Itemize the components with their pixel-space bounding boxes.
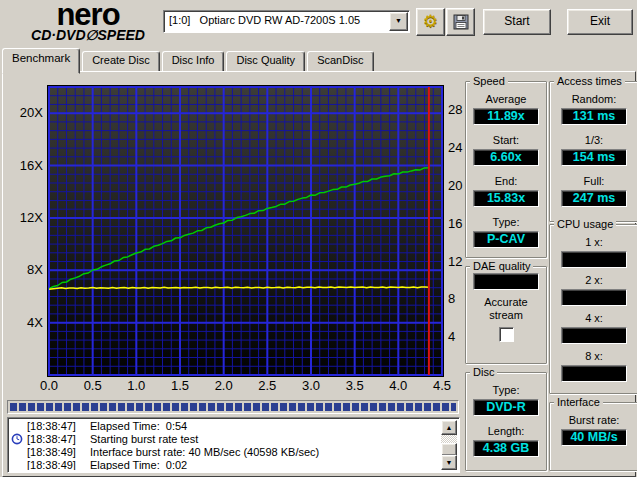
x-tick-label: 4.5 [433,378,451,393]
access-times-group-title: Access times [554,75,625,87]
interface-group-title: Interface [554,396,603,408]
interface-group: Interface Burst rate:40 MB/s [549,402,637,471]
tab-create-disc[interactable]: Create Disc [82,51,159,72]
8-x-value [561,365,627,382]
drive-select-value: [1:0] Optiarc DVD RW AD-7200S 1.05 [169,14,360,26]
x-tick-label: 3.5 [346,378,364,393]
y-left-tick-label: 8X [27,262,43,277]
scrollbar-up-button[interactable]: ▲ [441,420,457,435]
1-3-label: 1/3: [585,134,603,147]
full-value: 247 ms [561,190,627,207]
x-tick-label: 1.5 [171,378,189,393]
accurate-stream-checkbox[interactable] [499,327,514,342]
y-right-tick-label: 4 [448,329,455,344]
tab-scandisc[interactable]: ScanDisc [307,51,373,72]
access-times-group: Access times Random:131 ms1/3:154 msFull… [549,81,637,222]
length-value: 4.38 GB [473,440,539,457]
x-tick-label: 1.0 [127,378,145,393]
scrollbar-down-button[interactable]: ▼ [441,455,457,470]
length-label: Length: [488,425,525,438]
start-button[interactable]: Start [483,9,551,35]
log-text: Interface burst rate: 40 MB/sec (40598 K… [90,446,319,459]
benchmark-tab-page: 4X8X12X16X20X4812162024280.00.51.01.52.0… [2,71,636,477]
y-left-tick-label: 16X [20,158,43,173]
log-entries: [18:38:47]Elapsed Time: 0:54[18:38:47]St… [10,420,441,470]
x-tick-label: 2.0 [215,378,233,393]
y-left-tick-label: 4X [27,315,43,330]
dae-quality-value [473,273,539,290]
log-row[interactable]: [18:38:47]Elapsed Time: 0:54 [10,420,441,433]
2-x-value [561,289,627,306]
tab-disc-quality[interactable]: Disc Quality [226,51,305,72]
y-right-tick-label: 20 [448,178,462,193]
speed-group: Speed Average11.89xStart:6.60xEnd:15.83x… [465,81,547,258]
burst-rate-label: Burst rate: [569,414,620,427]
y-right-tick-label: 28 [448,102,462,117]
type-value: DVD-R [473,399,539,416]
drive-select-combobox[interactable]: [1:0] Optiarc DVD RW AD-7200S 1.05 ▼ [163,10,410,33]
average-label: Average [486,93,527,106]
chevron-down-icon: ▼ [395,17,402,24]
type-field: Type:P-CAV [473,216,539,248]
full-field: Full:247 ms [561,175,627,207]
1-3-field: 1/3:154 ms [561,134,627,166]
burst-rate-value: 40 MB/s [561,429,627,446]
1-x-value [561,251,627,268]
log-scrollbar[interactable]: ▲ ▼ [441,420,457,470]
end-value: 15.83x [473,190,539,207]
benchmark-chart: 4X8X12X16X20X4812162024280.00.51.01.52.0… [9,80,463,398]
end-label: End: [495,175,518,188]
options-button[interactable]: ⚙ [416,8,445,36]
tab-disc-info[interactable]: Disc Info [162,51,225,72]
1-x-label: 1 x: [585,236,603,249]
x-tick-label: 2.5 [258,378,276,393]
exit-button[interactable]: Exit [567,9,633,35]
burst-rate-field: Burst rate:40 MB/s [561,414,627,446]
end-field: End:15.83x [473,175,539,207]
log-row[interactable]: [18:38:49]Interface burst rate: 40 MB/se… [10,446,441,459]
y-right-tick-label: 24 [448,140,462,155]
start-label: Start: [493,134,519,147]
y-left-tick-label: 20X [20,105,43,120]
tab-bar: BenchmarkCreate DiscDisc InfoDisc Qualit… [2,51,376,72]
type-value: P-CAV [473,231,539,248]
length-field: Length:4.38 GB [473,425,539,457]
logo-nero-text: nero [8,1,168,28]
y-right-tick-label: 8 [448,291,455,306]
x-tick-label: 0.0 [40,378,58,393]
log-time: [18:38:49] [27,459,76,470]
down-arrow-icon: ▼ [446,459,453,466]
y-right-tick-label: 12 [448,254,462,269]
log-text: Elapsed Time: 0:54 [90,420,187,433]
dae-quality-group-title: DAE quality [470,260,533,272]
random-field: Random:131 ms [561,93,627,125]
log-listbox[interactable]: [18:38:47]Elapsed Time: 0:54[18:38:47]St… [7,417,460,473]
cpu-usage-group-title: CPU usage [554,218,616,230]
log-row[interactable]: [18:38:47]Starting burst rate test [10,433,441,446]
tab-benchmark[interactable]: Benchmark [2,48,80,74]
8-x-field: 8 x: [561,350,627,382]
log-time: [18:38:49] [27,446,76,459]
4-x-field: 4 x: [561,312,627,344]
average-field: Average11.89x [473,93,539,125]
random-value: 131 ms [561,108,627,125]
log-row[interactable]: [18:38:49]Elapsed Time: 0:02 [10,459,441,470]
disc-group: Disc Type:DVD-RLength:4.38 GB [465,372,547,471]
y-left-tick-label: 12X [20,210,43,225]
log-text: Starting burst rate test [90,433,198,446]
8-x-label: 8 x: [585,350,603,363]
dae-quality-group: DAE quality Accuratestream [465,266,547,364]
log-text: Elapsed Time: 0:02 [90,459,187,470]
floppy-save-icon [453,15,469,27]
speed-group-title: Speed [470,75,508,87]
progress-bar [7,400,459,414]
logo-cddvdspeed-text: CD·DVD∅SPEED [8,28,168,42]
drive-select-dropdown-button[interactable]: ▼ [389,12,408,31]
save-button[interactable] [446,8,475,36]
disc-group-title: Disc [470,366,497,378]
clock-icon [11,433,24,446]
accurate-stream-label: Accuratestream [466,296,546,322]
nero-logo: nero CD·DVD∅SPEED [8,1,168,42]
up-arrow-icon: ▲ [446,424,453,431]
progress-bar-fill [10,403,456,411]
